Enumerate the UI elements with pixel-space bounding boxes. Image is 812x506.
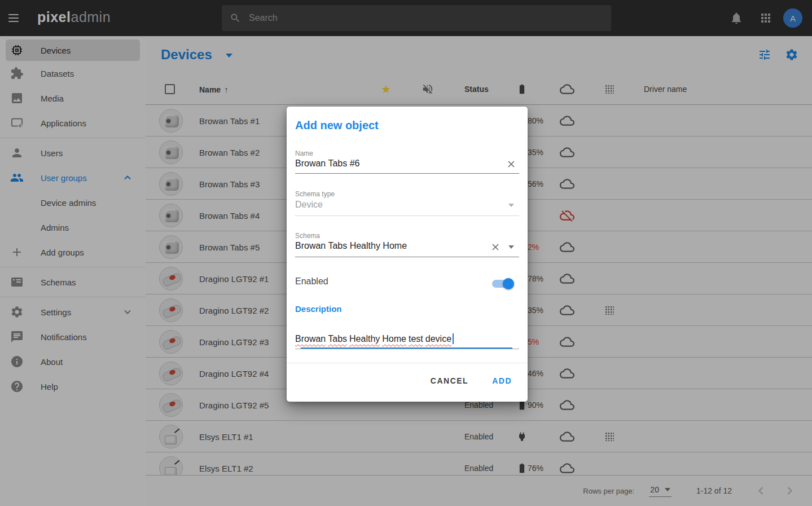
- description-focus-underline: [301, 347, 512, 349]
- dialog-actions: CANCEL ADD: [429, 372, 513, 390]
- clear-name-icon[interactable]: [506, 159, 517, 170]
- schema-field-underline: [295, 257, 519, 257]
- description-label[interactable]: Description: [295, 304, 342, 314]
- schema-type-underline: [295, 215, 519, 216]
- enabled-label: Enabled: [295, 276, 328, 287]
- name-input[interactable]: Browan Tabs #6: [295, 159, 359, 169]
- dialog-divider: [287, 363, 528, 363]
- name-field-underline: [295, 173, 519, 174]
- description-input[interactable]: BrowanTabsHealthyHometestdevice: [295, 333, 454, 344]
- schema-type-select[interactable]: Device: [295, 200, 323, 210]
- add-button[interactable]: ADD: [491, 372, 513, 390]
- text-caret: [453, 333, 454, 344]
- name-field-label: Name: [295, 149, 313, 157]
- app-window: pixeladmin A Devices Datasets Media Appl…: [0, 0, 812, 506]
- clear-schema-icon[interactable]: [490, 241, 501, 253]
- description-underline: [295, 349, 519, 349]
- schema-type-label: Schema type: [295, 190, 335, 198]
- select-caret-icon[interactable]: [508, 245, 514, 249]
- add-object-dialog: Add new object Name Browan Tabs #6 Schem…: [287, 107, 528, 402]
- schema-field-label: Schema: [295, 232, 320, 240]
- enabled-toggle[interactable]: [490, 278, 514, 289]
- dialog-title: Add new object: [295, 119, 379, 132]
- schema-select[interactable]: Browan Tabs Healthy Home: [295, 241, 407, 251]
- select-caret-icon[interactable]: [508, 204, 514, 207]
- cancel-button[interactable]: CANCEL: [429, 372, 469, 390]
